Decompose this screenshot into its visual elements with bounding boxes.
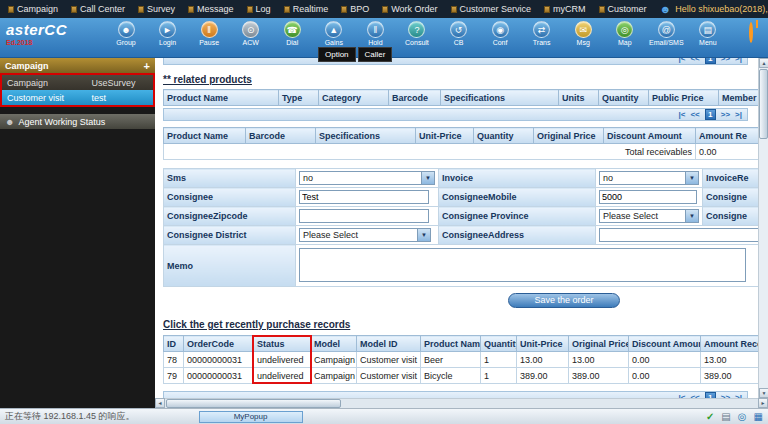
transfer-button[interactable]: ⇄Trans [522,21,562,46]
zipcode-input[interactable] [299,209,429,223]
consignee-input[interactable] [299,190,429,204]
topnav-item-bpo[interactable]: BPO [341,4,369,14]
agent-working-status-header[interactable]: ☻ Agent Working Status [0,114,155,129]
conference-icon: ◉ [492,21,509,38]
dial-icon: ☎ [284,21,301,38]
memo-textarea[interactable] [299,248,746,282]
consignee-label: Consignee [164,188,296,207]
campaign-list-row[interactable]: Campaign UseSurvey [2,75,153,90]
total-receivables-value: 0.00 [696,144,759,160]
page-prev-button[interactable]: << [690,58,699,63]
page-number[interactable]: 1 [705,109,716,120]
login-button[interactable]: ►Login [148,21,188,46]
power-icon [749,22,753,43]
page-last-button[interactable]: >| [735,58,742,63]
conference-button[interactable]: ◉Conf [480,21,520,46]
scroll-left-arrow[interactable]: ◄ [155,398,165,408]
scroll-down-arrow[interactable]: ▼ [759,388,768,398]
topnav-item-customer-service[interactable]: Customer Service [451,4,532,14]
topnav-item-campaign[interactable]: Campaign [8,4,58,14]
topnav-item-work-order[interactable]: Work Order [382,4,437,14]
callback-button[interactable]: ↺CB [439,21,479,46]
taskbar-item-mypopup[interactable]: MyPopup [199,411,303,423]
hold-button[interactable]: ‖Hold [355,21,395,46]
consignee-extra-label: Consigne [703,188,759,207]
status-check-icon[interactable]: ✓ [706,411,714,422]
top-menu-bar: Campaign Call Center Survey Message Log … [0,0,768,18]
page-prev-button[interactable]: << [690,110,699,119]
vertical-scrollbar[interactable]: ▲ ▼ [758,58,768,398]
email-sms-button[interactable]: @Email/SMS [646,21,686,46]
address-input[interactable] [599,228,758,242]
campaign-list-row-selected[interactable]: Customer visit test [2,90,153,105]
horizontal-scroll-thumb[interactable] [166,399,341,408]
topnav-item-survey[interactable]: Survey [138,4,175,14]
related-products-link[interactable]: ** related products [163,74,252,85]
topnav-item-message[interactable]: Message [188,4,234,14]
record-row[interactable]: 78 00000000031 undelivered Campaign Cust… [164,352,759,368]
topnav-item-log[interactable]: Log [247,4,271,14]
page-last-button[interactable]: >| [735,110,742,119]
campaign-panel-header: Campaign + [0,58,155,73]
page-first-button[interactable]: |< [678,110,685,119]
table-header-row: ID OrderCode Status Model Model ID Produ… [164,336,759,352]
campaign-list: Campaign UseSurvey Customer visit test [0,73,155,107]
user-greeting: ☻Hello shixuebao(2018),2013 August 07 We… [660,3,768,15]
invoice-label: Invoice [439,169,596,188]
scroll-right-arrow[interactable]: ► [758,398,768,408]
menu-grid-icon: ▤ [699,21,716,38]
dial-button[interactable]: ☎Dial [272,21,312,46]
recent-purchase-records-link[interactable]: Click the get recently purchase records [163,319,350,330]
consult-icon: ? [408,21,425,38]
memo-label: Memo [164,245,296,287]
records-table-wrapper: ID OrderCode Status Model Model ID Produ… [163,335,758,384]
record-row[interactable]: 79 00000000031 undelivered Campaign Cust… [164,368,759,384]
status-page-icon[interactable]: ▤ [721,411,730,422]
map-icon: ◎ [616,21,633,38]
browser-status-text: 正在等待 192.168.1.45 的响应。 [5,410,135,423]
message-button[interactable]: ✉Msg [563,21,603,46]
invoice-select[interactable]: no▼ [599,171,699,185]
save-order-button[interactable]: Save the order [508,293,620,308]
sms-select[interactable]: no▼ [299,171,435,185]
consignee-mobile-input[interactable] [599,190,697,204]
page-number[interactable]: 1 [705,58,716,64]
power-button[interactable] [734,18,768,42]
consult-button[interactable]: ?Consult [397,21,437,46]
purchase-records-table: ID OrderCode Status Model Model ID Produ… [163,335,758,384]
scroll-up-arrow[interactable]: ▲ [759,58,768,68]
group-button[interactable]: ☻Group [106,21,146,46]
gains-button[interactable]: ▲Gains [314,21,354,46]
tooltip-caller[interactable]: Caller [358,47,393,62]
callback-icon: ↺ [450,21,467,38]
menu-icon [71,6,77,13]
acw-icon: ⊙ [242,21,259,38]
horizontal-scrollbar[interactable]: ◄ ► [155,398,768,408]
gains-icon: ▲ [325,21,342,38]
user-icon: ☻ [660,3,672,15]
page-next-button[interactable]: >> [721,110,730,119]
acw-button[interactable]: ⊙ACW [231,21,271,46]
status-cell: undelivered [254,368,311,384]
add-campaign-button[interactable]: + [144,60,150,72]
province-select[interactable]: Please Select▼ [599,209,699,223]
status-grid-icon[interactable]: ▦ [754,411,763,422]
tooltip-option[interactable]: Option [318,47,356,62]
menu-icon [247,6,253,13]
topnav-item-mycrm[interactable]: myCRM [544,4,586,14]
topnav-item-realtime[interactable]: Realtime [284,4,329,14]
map-button[interactable]: ◎Map [605,21,645,46]
page-first-button[interactable]: |< [678,58,685,63]
pause-button[interactable]: ‖Pause [189,21,229,46]
order-items-table: Product Name Barcode Specifications Unit… [163,127,758,160]
page-next-button[interactable]: >> [721,58,730,63]
menu-button[interactable]: ▤Menu [688,21,728,46]
district-select[interactable]: Please Select▼ [299,228,431,242]
status-network-icon[interactable]: ◎ [738,411,747,422]
login-icon: ► [159,21,176,38]
vertical-scroll-thumb[interactable] [759,69,768,139]
topnav-item-call-center[interactable]: Call Center [71,4,125,14]
group-icon: ☻ [118,21,135,38]
topnav-item-customer[interactable]: Customer [599,4,647,14]
transfer-icon: ⇄ [533,21,550,38]
